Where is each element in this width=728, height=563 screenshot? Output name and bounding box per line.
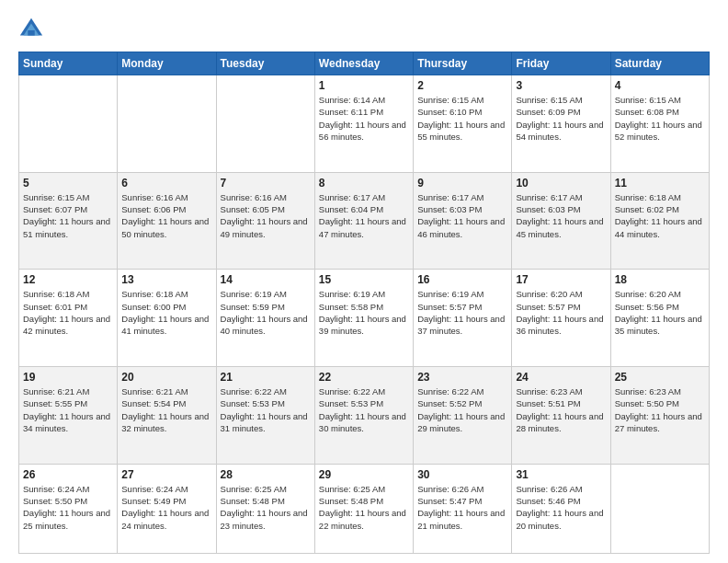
calendar-week-row: 19Sunrise: 6:21 AMSunset: 5:55 PMDayligh… (19, 367, 710, 465)
day-info: Sunrise: 6:15 AMSunset: 6:08 PMDaylight:… (615, 94, 705, 143)
calendar-cell: 9Sunrise: 6:17 AMSunset: 6:03 PMDaylight… (414, 172, 512, 270)
calendar-cell: 5Sunrise: 6:15 AMSunset: 6:07 PMDaylight… (19, 172, 118, 270)
calendar-cell: 3Sunrise: 6:15 AMSunset: 6:09 PMDaylight… (512, 75, 610, 173)
day-number: 17 (516, 273, 606, 286)
day-info: Sunrise: 6:18 AMSunset: 6:02 PMDaylight:… (615, 191, 705, 240)
calendar-cell (118, 75, 216, 173)
logo (18, 17, 48, 42)
calendar-week-row: 12Sunrise: 6:18 AMSunset: 6:01 PMDayligh… (19, 270, 710, 367)
day-info: Sunrise: 6:22 AMSunset: 5:52 PMDaylight:… (417, 385, 507, 434)
calendar-cell: 24Sunrise: 6:23 AMSunset: 5:51 PMDayligh… (512, 367, 610, 465)
page: SundayMondayTuesdayWednesdayThursdayFrid… (0, 0, 728, 563)
calendar-cell: 1Sunrise: 6:14 AMSunset: 6:11 PMDaylight… (314, 75, 413, 173)
calendar-table: SundayMondayTuesdayWednesdayThursdayFrid… (18, 52, 710, 554)
day-info: Sunrise: 6:17 AMSunset: 6:04 PMDaylight:… (319, 191, 409, 240)
day-number: 22 (319, 371, 409, 384)
day-number: 19 (23, 371, 113, 384)
calendar-cell: 28Sunrise: 6:25 AMSunset: 5:48 PMDayligh… (216, 464, 314, 553)
calendar-week-row: 5Sunrise: 6:15 AMSunset: 6:07 PMDaylight… (19, 172, 710, 270)
day-info: Sunrise: 6:25 AMSunset: 5:48 PMDaylight:… (221, 483, 311, 532)
day-number: 31 (516, 468, 606, 481)
weekday-header: Wednesday (314, 52, 413, 75)
day-number: 27 (121, 468, 211, 481)
day-number: 23 (417, 371, 507, 384)
calendar-cell: 20Sunrise: 6:21 AMSunset: 5:54 PMDayligh… (118, 367, 216, 465)
day-number: 30 (417, 468, 507, 481)
header (18, 17, 710, 42)
calendar-cell: 10Sunrise: 6:17 AMSunset: 6:03 PMDayligh… (512, 172, 610, 270)
calendar-cell: 16Sunrise: 6:19 AMSunset: 5:57 PMDayligh… (414, 270, 512, 367)
day-info: Sunrise: 6:25 AMSunset: 5:48 PMDaylight:… (319, 483, 409, 532)
day-number: 2 (417, 79, 507, 92)
calendar-cell: 25Sunrise: 6:23 AMSunset: 5:50 PMDayligh… (610, 367, 709, 465)
day-info: Sunrise: 6:18 AMSunset: 6:00 PMDaylight:… (121, 288, 211, 337)
day-info: Sunrise: 6:14 AMSunset: 6:11 PMDaylight:… (319, 94, 409, 143)
day-info: Sunrise: 6:16 AMSunset: 6:05 PMDaylight:… (221, 191, 311, 240)
calendar-cell: 22Sunrise: 6:22 AMSunset: 5:53 PMDayligh… (314, 367, 413, 465)
day-number: 16 (417, 273, 507, 286)
weekday-header: Tuesday (216, 52, 314, 75)
day-number: 21 (221, 371, 311, 384)
day-info: Sunrise: 6:22 AMSunset: 5:53 PMDaylight:… (221, 385, 311, 434)
day-number: 20 (121, 371, 211, 384)
day-info: Sunrise: 6:19 AMSunset: 5:59 PMDaylight:… (221, 288, 311, 337)
calendar-cell: 27Sunrise: 6:24 AMSunset: 5:49 PMDayligh… (118, 464, 216, 553)
day-info: Sunrise: 6:17 AMSunset: 6:03 PMDaylight:… (417, 191, 507, 240)
day-number: 24 (516, 371, 606, 384)
day-number: 7 (221, 177, 311, 190)
calendar-cell: 2Sunrise: 6:15 AMSunset: 6:10 PMDaylight… (414, 75, 512, 173)
day-number: 5 (23, 177, 113, 190)
day-number: 3 (516, 79, 606, 92)
day-info: Sunrise: 6:23 AMSunset: 5:51 PMDaylight:… (516, 385, 606, 434)
weekday-header: Thursday (414, 52, 512, 75)
day-number: 15 (319, 273, 409, 286)
day-info: Sunrise: 6:20 AMSunset: 5:57 PMDaylight:… (516, 288, 606, 337)
calendar-cell: 11Sunrise: 6:18 AMSunset: 6:02 PMDayligh… (610, 172, 709, 270)
calendar-cell: 13Sunrise: 6:18 AMSunset: 6:00 PMDayligh… (118, 270, 216, 367)
day-info: Sunrise: 6:21 AMSunset: 5:55 PMDaylight:… (23, 385, 113, 434)
calendar-cell: 15Sunrise: 6:19 AMSunset: 5:58 PMDayligh… (314, 270, 413, 367)
day-number: 10 (516, 177, 606, 190)
day-info: Sunrise: 6:15 AMSunset: 6:07 PMDaylight:… (23, 191, 113, 240)
day-number: 18 (615, 273, 705, 286)
day-number: 29 (319, 468, 409, 481)
weekday-header: Sunday (19, 52, 118, 75)
day-info: Sunrise: 6:24 AMSunset: 5:49 PMDaylight:… (121, 483, 211, 532)
day-info: Sunrise: 6:26 AMSunset: 5:46 PMDaylight:… (516, 483, 606, 532)
day-info: Sunrise: 6:16 AMSunset: 6:06 PMDaylight:… (121, 191, 211, 240)
calendar-cell (610, 464, 709, 553)
calendar-cell: 8Sunrise: 6:17 AMSunset: 6:04 PMDaylight… (314, 172, 413, 270)
day-number: 1 (319, 79, 409, 92)
calendar-cell: 31Sunrise: 6:26 AMSunset: 5:46 PMDayligh… (512, 464, 610, 553)
calendar-cell: 19Sunrise: 6:21 AMSunset: 5:55 PMDayligh… (19, 367, 118, 465)
day-number: 8 (319, 177, 409, 190)
calendar-cell: 14Sunrise: 6:19 AMSunset: 5:59 PMDayligh… (216, 270, 314, 367)
calendar-cell: 29Sunrise: 6:25 AMSunset: 5:48 PMDayligh… (314, 464, 413, 553)
day-number: 9 (417, 177, 507, 190)
day-info: Sunrise: 6:19 AMSunset: 5:58 PMDaylight:… (319, 288, 409, 337)
day-info: Sunrise: 6:23 AMSunset: 5:50 PMDaylight:… (615, 385, 705, 434)
day-number: 14 (221, 273, 311, 286)
day-number: 13 (121, 273, 211, 286)
weekday-header: Saturday (610, 52, 709, 75)
weekday-header: Monday (118, 52, 216, 75)
day-info: Sunrise: 6:26 AMSunset: 5:47 PMDaylight:… (417, 483, 507, 532)
weekday-header: Friday (512, 52, 610, 75)
calendar-cell (216, 75, 314, 173)
day-info: Sunrise: 6:18 AMSunset: 6:01 PMDaylight:… (23, 288, 113, 337)
calendar-cell: 6Sunrise: 6:16 AMSunset: 6:06 PMDaylight… (118, 172, 216, 270)
calendar-week-row: 1Sunrise: 6:14 AMSunset: 6:11 PMDaylight… (19, 75, 710, 173)
calendar-cell: 23Sunrise: 6:22 AMSunset: 5:52 PMDayligh… (414, 367, 512, 465)
calendar-cell: 26Sunrise: 6:24 AMSunset: 5:50 PMDayligh… (19, 464, 118, 553)
day-number: 28 (221, 468, 311, 481)
svg-rect-2 (28, 30, 34, 36)
day-info: Sunrise: 6:22 AMSunset: 5:53 PMDaylight:… (319, 385, 409, 434)
day-info: Sunrise: 6:21 AMSunset: 5:54 PMDaylight:… (121, 385, 211, 434)
day-number: 12 (23, 273, 113, 286)
calendar-cell: 30Sunrise: 6:26 AMSunset: 5:47 PMDayligh… (414, 464, 512, 553)
day-number: 6 (121, 177, 211, 190)
day-info: Sunrise: 6:15 AMSunset: 6:10 PMDaylight:… (417, 94, 507, 143)
calendar-cell (19, 75, 118, 173)
day-info: Sunrise: 6:19 AMSunset: 5:57 PMDaylight:… (417, 288, 507, 337)
day-number: 11 (615, 177, 705, 190)
